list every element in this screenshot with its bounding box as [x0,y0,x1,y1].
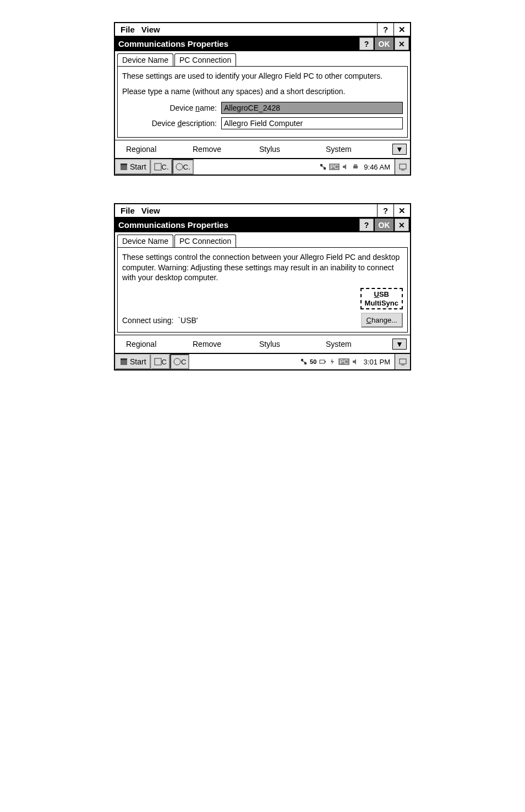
svg-rect-15 [301,359,303,361]
tab-panel-pc-connection: These settings control the connection be… [117,247,408,333]
window-communications-devicename: File View ? ✕ Communications Properties … [114,22,411,176]
menubar-close-button[interactable]: ✕ [393,23,410,36]
titlebar: Communications Properties ? OK ✕ [115,36,410,51]
menu-items: File View [115,204,377,217]
titlebar-close-button[interactable]: ✕ [395,37,409,50]
menubar: File View ? ✕ [115,204,410,217]
volume-icon[interactable] [352,358,359,366]
window-communications-pcconnection: File View ? ✕ Communications Properties … [114,203,411,370]
taskbar-button-2[interactable]: C [170,354,189,369]
intro-text: These settings control the connection be… [122,252,403,282]
tab-device-name[interactable]: Device Name [117,235,173,247]
svg-line-17 [302,361,305,362]
cpanel-stylus[interactable]: Stylus [259,340,326,348]
svg-rect-2 [155,164,161,170]
taskbar-button-2[interactable]: C. [172,159,194,175]
svg-line-6 [321,166,325,167]
cpanel-regional[interactable]: Regional [126,145,193,154]
hint-text: Please type a name (without any spaces) … [122,86,403,96]
cpanel-remove[interactable]: Remove [193,145,259,154]
cpanel-system[interactable]: System [326,340,392,348]
connect-using-label: Connect using: [122,316,173,325]
svg-rect-4 [320,164,322,166]
menu-file[interactable]: File [121,25,135,34]
network-icon[interactable] [319,163,327,171]
volume-icon[interactable] [342,163,349,171]
svg-rect-12 [121,358,127,360]
cpanel-dropdown-button[interactable]: ▼ [392,339,407,350]
start-button[interactable]: Start [115,354,151,369]
device-description-label: Device description: [122,119,221,128]
tab-pc-connection[interactable]: PC Connection [174,53,236,66]
menubar-close-button[interactable]: ✕ [393,204,410,217]
desktop-icon [398,357,407,366]
device-name-label: Device name: [122,103,221,112]
show-desktop-button[interactable] [395,354,410,369]
device-name-input[interactable] [221,102,403,114]
window-icon [154,358,162,366]
window-title: Communications Properties [118,37,359,50]
system-tray: PC 9:46 AM [317,159,395,175]
menubar-help-button[interactable]: ? [377,204,393,217]
control-panel-row: Regional Remove Stylus System ▼ [115,335,410,353]
svg-rect-11 [121,359,127,365]
network-icon[interactable] [300,358,308,366]
menu-items: File View [115,23,377,36]
start-icon [119,162,128,171]
tray-aux: 50 [310,358,316,365]
start-icon [119,357,128,366]
cpanel-remove[interactable]: Remove [193,340,259,348]
intro-text: These settings are used to identify your… [122,71,403,81]
change-button[interactable]: Change... [361,313,403,328]
tab-panel-device-name: These settings are used to identify your… [117,66,408,138]
cpanel-dropdown-button[interactable]: ▼ [392,144,407,155]
svg-point-3 [176,164,183,170]
cpanel-system[interactable]: System [326,145,392,154]
menubar: File View ? ✕ [115,23,410,36]
menu-file[interactable]: File [121,206,135,215]
menu-view[interactable]: View [141,25,160,34]
control-panel-row: Regional Remove Stylus System ▼ [115,140,410,158]
svg-rect-5 [324,167,326,170]
svg-rect-19 [325,361,326,362]
taskbar-button-1[interactable]: C. [151,159,172,175]
svg-rect-20 [400,359,406,364]
titlebar-help-button[interactable]: ? [359,37,374,50]
desktop-icon [398,162,407,171]
connect-using-value: `USB' [178,316,356,325]
tabs: Device Name PC Connection [115,232,410,247]
taskbar: Start C. C. PC 9:46 AM [115,158,410,175]
cpanel-regional[interactable]: Regional [126,340,193,348]
device-description-input[interactable] [221,117,403,129]
usb-label-line1: USB [365,290,398,299]
cpanel-stylus[interactable]: Stylus [259,145,326,154]
bolt-icon[interactable] [329,358,336,366]
pc-badge: PC [338,358,349,365]
svg-point-14 [174,358,181,365]
usb-callout: USB MultiSync [122,288,403,309]
titlebar-ok-button[interactable]: OK [375,37,393,50]
menubar-help-button[interactable]: ? [377,23,393,36]
titlebar-ok-button[interactable]: OK [375,219,393,231]
battery-icon[interactable] [319,358,326,366]
tab-pc-connection[interactable]: PC Connection [174,235,236,247]
taskbar-button-1[interactable]: C [151,354,170,369]
window-icon [154,163,162,171]
menu-view[interactable]: View [141,206,160,215]
printer-icon[interactable] [352,163,359,171]
clock[interactable]: 9:46 AM [362,163,392,171]
taskbar: Start C C 50 PC 3:01 PM [115,353,410,369]
pc-badge: PC [329,164,340,170]
svg-rect-1 [121,164,127,165]
start-button[interactable]: Start [115,159,151,175]
svg-rect-16 [304,362,307,364]
clock[interactable]: 3:01 PM [362,358,392,366]
connect-row: Connect using: `USB' Change... [122,313,403,328]
tabs: Device Name PC Connection [115,51,410,66]
show-desktop-button[interactable] [395,159,410,175]
usb-multisync-box: USB MultiSync [360,288,403,309]
tab-device-name[interactable]: Device Name [117,53,173,66]
start-label: Start [130,162,146,171]
titlebar-close-button[interactable]: ✕ [395,219,409,231]
titlebar-help-button[interactable]: ? [359,219,374,231]
